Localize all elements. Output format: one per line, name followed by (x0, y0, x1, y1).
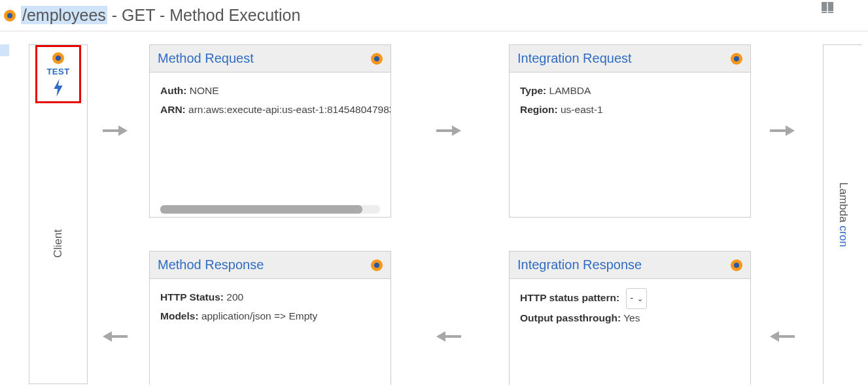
models-value: application/json => Empty (201, 310, 318, 321)
lambda-column: Lambda cron (823, 44, 862, 384)
arrow-right-icon (101, 123, 129, 139)
pattern-value: - (630, 293, 633, 303)
arrow-right-icon (769, 123, 796, 139)
integration-request-panel[interactable]: Integration Request Type: LAMBDA Region:… (509, 44, 751, 218)
title-rest: - GET - Method Execution (107, 6, 301, 24)
region-value: us-east-1 (561, 104, 603, 115)
integration-response-header[interactable]: Integration Response (510, 252, 750, 279)
panel-dot-icon (371, 259, 383, 271)
lambda-prefix: Lambda (837, 182, 850, 225)
scrollbar[interactable] (160, 205, 380, 214)
arrow-left-icon (769, 329, 796, 344)
resource-dot-icon (4, 10, 16, 22)
panel-dot-icon (731, 53, 742, 65)
models-label: Models: (160, 310, 199, 321)
test-dot-icon (52, 52, 64, 64)
documentation-icon[interactable] (820, 0, 835, 16)
integration-request-body: Type: LAMBDA Region: us-east-1 (510, 73, 750, 128)
integration-request-header[interactable]: Integration Request (510, 45, 750, 73)
chevron-down-icon: ⌄ (637, 292, 643, 305)
method-response-header[interactable]: Method Response (150, 252, 391, 279)
pattern-select[interactable]: -⌄ (626, 288, 647, 309)
http-status-value: 200 (226, 291, 243, 302)
type-value: LAMBDA (549, 85, 591, 96)
arn-label: ARN: (160, 104, 186, 115)
client-label: Client (52, 229, 65, 257)
method-execution-canvas: TEST Client Method Request Auth: NONE AR… (0, 31, 868, 384)
method-response-body: HTTP Status: 200 Models: application/jso… (150, 279, 391, 335)
scrollbar-thumb[interactable] (160, 205, 362, 214)
method-request-panel[interactable]: Method Request Auth: NONE ARN: arn:aws:e… (149, 44, 391, 218)
http-status-label: HTTP Status: (160, 291, 224, 302)
arrow-right-icon (435, 123, 462, 139)
title-resource: /employees (21, 6, 107, 24)
panel-dot-icon (731, 259, 742, 271)
type-label: Type: (520, 85, 546, 96)
arrow-left-icon (101, 329, 129, 344)
test-label: TEST (46, 67, 69, 76)
integration-response-title: Integration Response (517, 257, 642, 272)
region-label: Region: (520, 104, 558, 115)
integration-response-panel[interactable]: Integration Response HTTP status pattern… (509, 251, 751, 385)
pattern-label: HTTP status pattern: (520, 292, 619, 303)
passthrough-value: Yes (623, 312, 640, 323)
lambda-function-link[interactable]: cron (837, 225, 850, 247)
integration-response-body: HTTP status pattern: -⌄ Output passthrou… (510, 279, 750, 337)
page-title: /employees - GET - Method Execution (21, 5, 300, 25)
auth-value: NONE (190, 85, 219, 96)
lambda-label: Lambda cron (837, 182, 850, 247)
page-header: /employees - GET - Method Execution (0, 0, 868, 31)
method-request-header[interactable]: Method Request (150, 45, 391, 73)
arrow-left-icon (435, 329, 462, 344)
method-response-title: Method Response (158, 257, 264, 272)
panel-dot-icon (371, 53, 383, 65)
client-column: TEST Client (29, 44, 88, 384)
method-request-body: Auth: NONE ARN: arn:aws:execute-api:us-e… (150, 73, 391, 216)
integration-request-title: Integration Request (517, 51, 632, 66)
test-button[interactable]: TEST (35, 45, 80, 103)
lightning-icon (52, 79, 65, 97)
method-response-panel[interactable]: Method Response HTTP Status: 200 Models:… (149, 251, 391, 385)
method-request-title: Method Request (158, 51, 254, 66)
passthrough-label: Output passthrough: (520, 312, 621, 323)
auth-label: Auth: (160, 85, 186, 96)
arn-value: arn:aws:execute-api:us-east-1:8145480479… (188, 104, 391, 115)
